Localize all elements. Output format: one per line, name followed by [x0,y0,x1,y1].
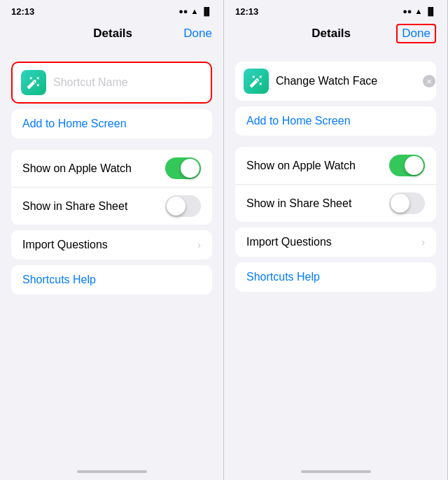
home-indicator-right [224,463,447,480]
toggle-label-share-sheet-left: Show in Share Sheet [22,200,127,213]
home-bar-right [301,470,371,473]
right-panel: 12:13 ●● ▲ ▐▌ Details Done [224,0,448,480]
nav-title-left: Details [93,27,132,41]
shortcut-name-row-right [235,62,436,101]
shortcut-name-section-left [0,56,223,109]
help-section-left: Shortcuts Help [0,265,223,295]
clear-button-right[interactable] [423,75,435,87]
toggle-apple-watch-right[interactable] [389,155,425,176]
wand-icon-right [249,74,263,88]
status-time-right: 12:13 [235,6,258,17]
toggle-thumb-share-sheet-right [391,194,410,213]
toggle-label-share-sheet-right: Show in Share Sheet [246,197,351,210]
add-home-section-left: Add to Home Screen [0,109,223,150]
chevron-icon-left: › [197,239,201,250]
signal-icon: ●● [178,7,188,15]
help-link-right: Shortcuts Help [246,271,320,283]
wand-icon-left [27,76,41,90]
import-section-left: Import Questions › [0,230,223,265]
home-bar-left [77,470,147,473]
toggle-section-left: Show on Apple Watch Show in Share Sheet [11,150,212,225]
toggles-section-right: Show on Apple Watch Show in Share Sheet [224,147,447,227]
shortcut-name-input-right[interactable] [276,75,416,87]
nav-done-left[interactable]: Done [183,27,212,41]
help-row-right[interactable]: Shortcuts Help [235,262,436,292]
toggle-share-sheet-right[interactable] [389,192,425,214]
status-bar-right: 12:13 ●● ▲ ▐▌ [224,0,447,20]
import-section-right: Import Questions › [224,227,447,262]
status-time-left: 12:13 [11,6,34,17]
status-icons-left: ●● ▲ ▐▌ [178,7,212,15]
battery-icon-right: ▐▌ [425,7,436,15]
battery-icon: ▐▌ [201,7,212,15]
shortcut-name-section-right [224,56,447,106]
left-panel: 12:13 ●● ▲ ▐▌ Details Done [0,0,224,480]
nav-done-right[interactable]: Done [396,24,436,43]
toggle-row-apple-watch-left: Show on Apple Watch [11,150,212,187]
import-section-box-right: Import Questions › [235,227,436,257]
nav-bar-right: Details Done [224,20,447,50]
toggle-label-apple-watch-right: Show on Apple Watch [246,160,356,172]
add-home-link-left[interactable]: Add to Home Screen [22,118,127,129]
import-row-right[interactable]: Import Questions › [235,227,436,257]
import-row-left[interactable]: Import Questions › [11,230,212,260]
nav-bar-left: Details Done [0,20,223,50]
help-row-left[interactable]: Shortcuts Help [11,265,212,295]
toggle-apple-watch-left[interactable] [165,157,201,179]
shortcut-name-input-left[interactable] [53,76,202,89]
add-home-section-right: Add to Home Screen [224,106,447,147]
add-home-row-right: Add to Home Screen [235,106,436,136]
toggle-row-share-sheet-left: Show in Share Sheet [11,187,212,225]
content-right: Add to Home Screen Show on Apple Watch S… [224,50,447,463]
toggle-share-sheet-left[interactable] [165,195,201,217]
help-section-right: Shortcuts Help [224,262,447,292]
status-bar-left: 12:13 ●● ▲ ▐▌ [0,0,223,20]
help-section-box-right: Shortcuts Help [235,262,436,292]
toggle-thumb-share-sheet-left [167,197,186,216]
toggle-thumb-apple-watch-right [405,156,424,175]
wifi-icon-right: ▲ [415,7,423,15]
toggle-section-right: Show on Apple Watch Show in Share Sheet [235,147,436,222]
content-left: Add to Home Screen Show on Apple Watch S… [0,50,223,463]
toggle-thumb-apple-watch-left [181,159,200,178]
import-label-right: Import Questions [246,236,332,248]
shortcut-name-row-left [11,62,212,104]
toggle-row-apple-watch-right: Show on Apple Watch [235,147,436,184]
help-link-left: Shortcuts Help [22,274,96,285]
add-home-link-right[interactable]: Add to Home Screen [246,115,351,127]
app-icon-right [244,69,269,94]
status-icons-right: ●● ▲ ▐▌ [402,7,436,15]
home-indicator-left [0,463,223,480]
wifi-icon: ▲ [191,7,199,15]
nav-title-right: Details [312,27,351,41]
toggle-label-apple-watch-left: Show on Apple Watch [22,162,132,175]
help-section-box-left: Shortcuts Help [11,265,212,295]
import-section-box-left: Import Questions › [11,230,212,260]
chevron-icon-right: › [421,237,425,248]
toggle-row-share-sheet-right: Show in Share Sheet [235,184,436,222]
signal-icon-right: ●● [402,7,412,15]
add-home-row-left: Add to Home Screen [11,109,212,139]
app-icon-left [21,70,46,95]
import-label-left: Import Questions [22,239,108,251]
toggles-section-left: Show on Apple Watch Show in Share Sheet [0,150,223,230]
